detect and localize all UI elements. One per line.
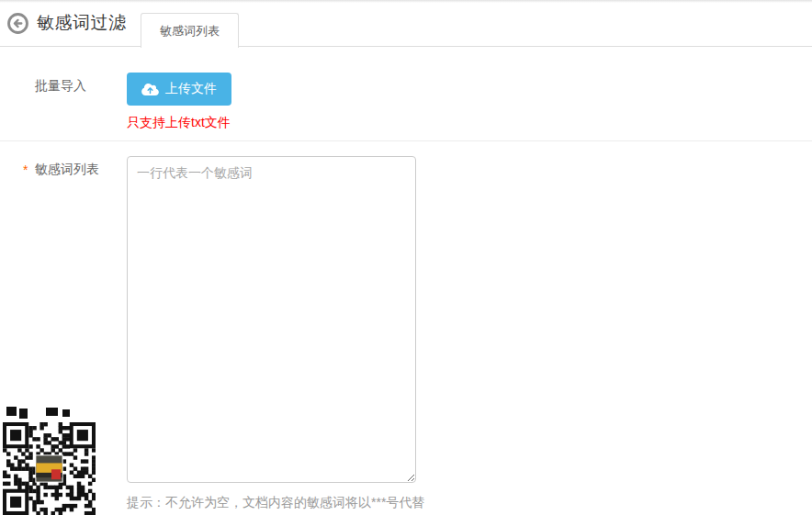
cloud-upload-icon [141, 83, 159, 96]
sensitive-words-row: * 敏感词列表 提示：不允许为空，文档内容的敏感词将以***号代替 [0, 156, 812, 510]
textarea-hint: 提示：不允许为空，文档内容的敏感词将以***号代替 [127, 495, 424, 510]
page-header: 敏感词过滤 敏感词列表 [0, 0, 812, 47]
watermark-fragment [62, 409, 70, 417]
section-divider [0, 140, 812, 141]
sensitive-word-filter-page: 敏感词过滤 敏感词列表 批量导入 上传文件 只支持上传txt文件 * 敏感词列表 [0, 0, 812, 515]
qr-code-watermark [3, 422, 96, 515]
watermark-fragment [6, 407, 17, 416]
batch-import-field: 上传文件 只支持上传txt文件 [127, 73, 231, 130]
tab-label: 敏感词列表 [160, 23, 220, 39]
sensitive-words-label-text: 敏感词列表 [35, 162, 99, 176]
back-button[interactable] [7, 13, 28, 34]
upload-note: 只支持上传txt文件 [127, 114, 231, 130]
batch-import-row: 批量导入 上传文件 只支持上传txt文件 [0, 73, 812, 130]
watermark-fragment [46, 408, 58, 416]
required-asterisk: * [23, 161, 28, 179]
upload-file-button[interactable]: 上传文件 [127, 73, 231, 106]
sensitive-words-field: 提示：不允许为空，文档内容的敏感词将以***号代替 [127, 156, 424, 510]
sensitive-words-textarea[interactable] [127, 156, 416, 483]
batch-import-label: 批量导入 [35, 73, 127, 130]
upload-button-label: 上传文件 [165, 81, 217, 97]
watermark-fragment [19, 409, 28, 419]
back-arrow-circle-icon [7, 13, 28, 34]
page-title: 敏感词过滤 [37, 11, 127, 35]
tab-sensitive-word-list[interactable]: 敏感词列表 [141, 13, 239, 48]
